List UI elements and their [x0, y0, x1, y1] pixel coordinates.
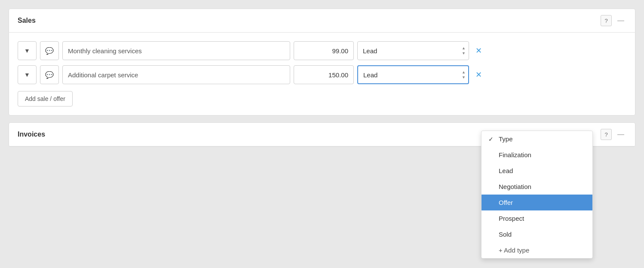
close-icon: ✕ [475, 46, 482, 55]
sales-header-actions: ? — [601, 15, 626, 26]
row2-type-wrapper: Lead ▲ ▼ [357, 65, 469, 84]
check-icon: ✓ [488, 136, 495, 143]
type-dropdown: ✓ Type Finalization Lead Negotiation [481, 131, 593, 259]
invoices-header-actions: ? — [601, 129, 626, 140]
row1-delete-button[interactable]: ✕ [472, 45, 485, 57]
sales-collapse-button[interactable]: — [615, 15, 626, 26]
sales-help-button[interactable]: ? [601, 15, 612, 26]
close-icon: ✕ [475, 70, 482, 79]
row2-service-input[interactable] [62, 65, 290, 84]
row2-comment-button[interactable]: 💬 [40, 65, 59, 84]
sales-section: Sales ? — ▼ 💬 Lead [9, 9, 635, 116]
dropdown-item-label: Finalization [499, 151, 531, 158]
dropdown-item-label: + Add type [499, 247, 529, 254]
dropdown-item-offer[interactable]: Offer [481, 195, 592, 210]
dropdown-item-finalization[interactable]: Finalization [481, 147, 592, 163]
dropdown-item-label: Prospect [499, 215, 524, 222]
dropdown-item-prospect[interactable]: Prospect [481, 210, 592, 226]
dropdown-item-sold[interactable]: Sold [481, 226, 592, 242]
dropdown-item-add-type[interactable]: + Add type [481, 242, 592, 258]
row1-chevron-button[interactable]: ▼ [18, 41, 37, 60]
page-container: Sales ? — ▼ 💬 Lead [9, 9, 635, 150]
chevron-down-icon: ▼ [24, 71, 30, 78]
row1-price-input[interactable] [294, 41, 354, 60]
invoices-help-button[interactable]: ? [601, 129, 612, 140]
invoices-title: Invoices [18, 131, 45, 138]
row2-delete-button[interactable]: ✕ [472, 69, 485, 81]
dropdown-item-label: Offer [499, 199, 513, 206]
row2-price-input[interactable] [294, 65, 354, 84]
dropdown-item-label: Sold [499, 231, 512, 238]
dropdown-item-lead[interactable]: Lead [481, 163, 592, 179]
sale-row-1: ▼ 💬 Lead ▲ ▼ ✕ [18, 41, 626, 60]
row1-type-wrapper: Lead ▲ ▼ [357, 41, 469, 60]
sales-body: ▼ 💬 Lead ▲ ▼ ✕ [9, 33, 635, 115]
dropdown-item-label: Type [499, 135, 513, 143]
chevron-down-icon: ▼ [24, 47, 30, 54]
dropdown-item-type[interactable]: ✓ Type [481, 131, 592, 147]
comment-icon: 💬 [45, 47, 54, 55]
add-sale-button[interactable]: Add sale / offer [18, 91, 73, 107]
sales-header: Sales ? — [9, 9, 635, 33]
invoices-collapse-button[interactable]: — [615, 129, 626, 140]
row2-type-select[interactable]: Lead [357, 65, 469, 84]
row1-service-input[interactable] [62, 41, 290, 60]
row1-comment-button[interactable]: 💬 [40, 41, 59, 60]
row1-type-select[interactable]: Lead [357, 41, 469, 60]
dropdown-item-negotiation[interactable]: Negotiation [481, 179, 592, 195]
row2-chevron-button[interactable]: ▼ [18, 65, 37, 84]
dropdown-item-label: Negotiation [499, 183, 531, 190]
sales-title: Sales [18, 17, 36, 24]
comment-icon: 💬 [45, 71, 54, 79]
dropdown-item-label: Lead [499, 167, 513, 174]
sale-row-2: ▼ 💬 Lead ▲ ▼ ✕ [18, 65, 626, 84]
